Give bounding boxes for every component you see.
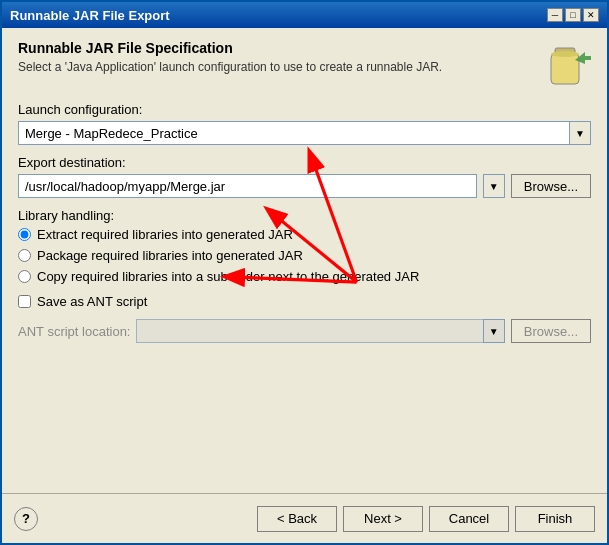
title-bar: Runnable JAR File Export ─ □ ✕ (2, 2, 607, 28)
launch-config-dropdown-wrapper: Merge - MapRedece_Practice ▼ (18, 121, 591, 145)
library-handling-radio-group: Extract required libraries into generate… (18, 227, 591, 284)
launch-config-section: Launch configuration: Merge - MapRedece_… (18, 102, 591, 145)
export-destination-arrow-icon: ▼ (483, 174, 505, 198)
header-text: Runnable JAR File Specification Select a… (18, 40, 539, 74)
svg-rect-1 (551, 54, 579, 84)
title-bar-controls: ─ □ ✕ (547, 8, 599, 22)
window-title: Runnable JAR File Export (10, 8, 170, 23)
window: Runnable JAR File Export ─ □ ✕ Runnable … (0, 0, 609, 545)
export-destination-row: ▼ Browse... (18, 174, 591, 198)
svg-point-2 (551, 51, 579, 57)
ant-location-label: ANT script location: (18, 324, 130, 339)
close-button[interactable]: ✕ (583, 8, 599, 22)
cancel-button[interactable]: Cancel (429, 506, 509, 532)
export-destination-browse-button[interactable]: Browse... (511, 174, 591, 198)
launch-config-dropdown[interactable]: Merge - MapRedece_Practice (18, 121, 591, 145)
maximize-button[interactable]: □ (565, 8, 581, 22)
ant-location-browse-button: Browse... (511, 319, 591, 343)
header-title: Runnable JAR File Specification (18, 40, 539, 56)
header-section: Runnable JAR File Specification Select a… (18, 40, 591, 92)
export-destination-input[interactable] (18, 174, 477, 198)
library-option-copy[interactable]: Copy required libraries into a sub-folde… (18, 269, 591, 284)
minimize-button[interactable]: ─ (547, 8, 563, 22)
ant-location-dropdown (136, 319, 504, 343)
back-button[interactable]: < Back (257, 506, 337, 532)
library-option-package[interactable]: Package required libraries into generate… (18, 248, 591, 263)
save-ant-section: Save as ANT script (18, 294, 591, 309)
jar-icon (539, 40, 591, 92)
library-radio-package[interactable] (18, 249, 31, 262)
library-option-package-label: Package required libraries into generate… (37, 248, 303, 263)
library-handling-label: Library handling: (18, 208, 591, 223)
header-subtitle: Select a 'Java Application' launch confi… (18, 60, 539, 74)
library-handling-section: Library handling: Extract required libra… (18, 208, 591, 284)
ant-location-dropdown-wrapper: ▼ (136, 319, 504, 343)
launch-config-label: Launch configuration: (18, 102, 591, 117)
library-radio-copy[interactable] (18, 270, 31, 283)
bottom-bar: ? < Back Next > Cancel Finish (2, 493, 607, 543)
library-option-extract-label: Extract required libraries into generate… (37, 227, 293, 242)
next-button[interactable]: Next > (343, 506, 423, 532)
save-ant-checkbox[interactable] (18, 295, 31, 308)
help-button[interactable]: ? (14, 507, 38, 531)
library-radio-extract[interactable] (18, 228, 31, 241)
export-destination-section: Export destination: ▼ Browse... (18, 155, 591, 198)
library-option-copy-label: Copy required libraries into a sub-folde… (37, 269, 419, 284)
finish-button[interactable]: Finish (515, 506, 595, 532)
save-ant-label[interactable]: Save as ANT script (37, 294, 147, 309)
main-content: Runnable JAR File Specification Select a… (2, 28, 607, 493)
library-option-extract[interactable]: Extract required libraries into generate… (18, 227, 591, 242)
export-destination-label: Export destination: (18, 155, 591, 170)
export-destination-wrapper (18, 174, 477, 198)
ant-location-section: ANT script location: ▼ Browse... (18, 319, 591, 343)
